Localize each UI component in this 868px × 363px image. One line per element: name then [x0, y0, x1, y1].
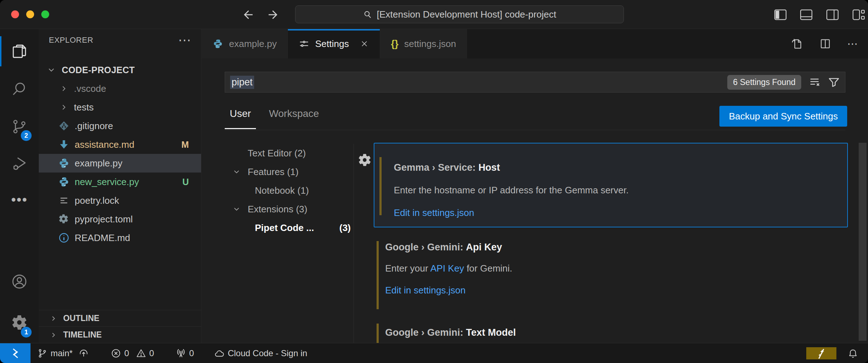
close-tab-icon[interactable] [360, 39, 369, 48]
edit-in-settings-json-link[interactable]: Edit in settings.json [394, 207, 474, 218]
tree-root-folder[interactable]: CODE-PROJECT [39, 61, 201, 79]
more-actions-icon[interactable]: ⋯ [847, 38, 859, 49]
toggle-secondary-sidebar-icon[interactable] [826, 9, 839, 20]
tab-label: settings.json [404, 38, 456, 50]
manage-gear-icon[interactable]: 1 [0, 306, 39, 339]
settings-search-input[interactable]: pipet 6 Settings Found [225, 72, 845, 93]
source-control-icon[interactable]: 2 [0, 110, 39, 143]
tree-item-new-service-py[interactable]: new_service.py U [39, 173, 201, 191]
remote-indicator[interactable] [0, 343, 31, 363]
modified-indicator [377, 241, 379, 309]
tree-item-readme-md[interactable]: README.md [39, 228, 201, 247]
tree-item-gitignore[interactable]: .gitignore [39, 117, 201, 135]
navigate-back-icon[interactable] [241, 8, 255, 22]
warnings-icon [136, 348, 146, 359]
split-editor-icon[interactable] [819, 38, 831, 50]
status-bar: main* 0 0 0 Cloud Code - Sign in [0, 343, 868, 363]
window-title: [Extension Development Host] code-projec… [377, 9, 556, 20]
active-tab-indicator [288, 29, 380, 30]
tree-item-pyproject-toml[interactable]: pyproject.toml [39, 210, 201, 228]
explorer-icon[interactable] [0, 35, 39, 68]
toc-item-extensions[interactable]: Extensions (3) [225, 200, 354, 218]
python-file-icon [213, 38, 223, 49]
vertical-scrollbar[interactable] [859, 143, 867, 341]
tab-settings-json[interactable]: {} settings.json [380, 29, 467, 58]
explorer-more-actions-icon[interactable]: ⋯ [178, 38, 191, 43]
notifications-bell-icon[interactable] [847, 348, 859, 359]
timeline-section-header[interactable]: TIMELINE [39, 326, 201, 343]
radio-tower-icon [176, 348, 186, 359]
filter-funnel-icon[interactable] [828, 76, 840, 88]
cloud-code-status-item[interactable]: Cloud Code - Sign in [214, 348, 307, 359]
tab-label: example.py [229, 38, 277, 50]
minimize-window-button[interactable] [26, 10, 34, 18]
branch-icon [37, 348, 48, 359]
tree-item-tests[interactable]: tests [39, 98, 201, 117]
navigate-forward-icon[interactable] [266, 8, 280, 22]
tree-item-vscode[interactable]: .vscode [39, 79, 201, 98]
scope-tab-workspace[interactable]: Workspace [264, 108, 324, 129]
branch-label: main* [51, 348, 73, 358]
toc-item-notebook[interactable]: Notebook (1) [225, 181, 354, 200]
activity-bar: 2 ••• 1 [0, 29, 39, 343]
tab-label: Settings [315, 38, 349, 50]
setting-entry-google-gemini-api-key[interactable]: Google › Gemini: Api Key Enter your API … [374, 237, 848, 323]
copilot-disabled-status-item[interactable] [806, 347, 836, 359]
toggle-panel-icon[interactable] [800, 9, 813, 20]
setting-title: Google › Gemini: Api Key [385, 242, 502, 253]
markdown-file-icon [58, 139, 70, 150]
setting-description: Enter your API Key for Gemini. [385, 263, 512, 274]
tab-settings[interactable]: Settings [288, 29, 380, 58]
scm-badge: 2 [21, 130, 32, 141]
problems-status-item[interactable]: 0 0 [111, 348, 154, 359]
customize-layout-icon[interactable] [852, 9, 865, 20]
setting-entry-google-gemini-text-model[interactable]: Google › Gemini: Text Model [374, 324, 848, 343]
close-window-button[interactable] [11, 10, 19, 18]
chevron-right-icon [60, 103, 68, 112]
toc-item-pipet-code[interactable]: Pipet Code ... (3) [225, 218, 354, 237]
tree-item-example-py[interactable]: example.py [39, 154, 201, 173]
active-scope-underline [225, 128, 256, 129]
additional-views-icon[interactable]: ••• [0, 183, 39, 216]
tree-item-assistance-md[interactable]: assistance.md M [39, 135, 201, 154]
settings-search-value: pipet [230, 76, 254, 89]
setting-title: Google › Gemini: Text Model [385, 327, 516, 338]
tab-example-py[interactable]: example.py [202, 29, 288, 58]
clear-search-filters-icon[interactable] [808, 76, 821, 88]
toc-item-features[interactable]: Features (1) [225, 162, 354, 181]
zoom-window-button[interactable] [41, 10, 49, 18]
manage-badge: 1 [21, 327, 32, 338]
scope-tab-user[interactable]: User [225, 108, 256, 129]
tree-item-poetry-lock[interactable]: poetry.lock [39, 191, 201, 210]
cloud-icon [214, 348, 225, 359]
ports-count: 0 [189, 348, 194, 358]
errors-count: 0 [124, 348, 129, 358]
python-file-icon [58, 157, 70, 169]
toc-item-text-editor[interactable]: Text Editor (2) [225, 144, 354, 162]
ports-status-item[interactable]: 0 [176, 348, 194, 359]
tab-bar: example.py Settings {} settings.json [202, 29, 868, 58]
json-braces-icon: {} [391, 38, 398, 50]
setting-entry-gemma-service-host[interactable]: Gemma › Service: Host Enter the hostname… [374, 143, 848, 227]
chevron-down-icon [232, 168, 241, 176]
setting-gear-icon[interactable] [358, 153, 372, 167]
search-view-icon[interactable] [0, 72, 39, 105]
git-status-badge: U [182, 177, 189, 187]
backup-sync-settings-button[interactable]: Backup and Sync Settings [719, 106, 847, 127]
toggle-primary-sidebar-icon[interactable] [774, 9, 787, 20]
lock-file-lines-icon [58, 195, 70, 206]
toc-splitter[interactable] [354, 144, 354, 343]
run-debug-icon[interactable] [0, 147, 39, 180]
accounts-icon[interactable] [0, 265, 39, 298]
modified-indicator [379, 157, 382, 215]
settings-sliders-icon [299, 38, 309, 49]
command-center[interactable]: [Extension Development Host] code-projec… [295, 5, 624, 23]
open-settings-json-icon[interactable] [790, 37, 803, 50]
edit-in-settings-json-link[interactable]: Edit in settings.json [385, 285, 466, 296]
toml-gear-icon [58, 213, 70, 225]
outline-section-header[interactable]: OUTLINE [39, 310, 201, 326]
editor-area: example.py Settings {} settings.json ⋯ p… [202, 29, 868, 343]
errors-icon [111, 348, 121, 359]
git-branch-status-item[interactable]: main* [37, 348, 89, 359]
cloud-code-label: Cloud Code - Sign in [228, 348, 307, 358]
